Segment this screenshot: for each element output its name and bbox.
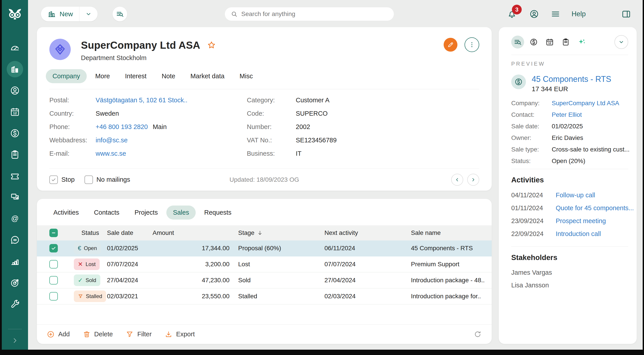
app-window: 12@ New 3 xyxy=(2,0,643,350)
sidebar-expand-chevron-icon[interactable] xyxy=(12,337,18,344)
previous-record-button[interactable] xyxy=(451,174,463,186)
activity-link[interactable]: Introduction call xyxy=(556,230,601,238)
table-row[interactable]: Stalled02/03/202123,550.00Stalled02/03/2… xyxy=(37,288,492,304)
panel-tab-diary-button[interactable]: 12 xyxy=(543,36,556,48)
chevron-left-icon xyxy=(454,177,460,182)
activity-link[interactable]: Prospect meeting xyxy=(556,217,606,225)
field-value[interactable]: Västgötagatan 5, 102 61 Stock.. xyxy=(96,96,188,104)
field-value[interactable]: SuperCompany Ltd ASA xyxy=(552,100,619,107)
stop-checkbox-row[interactable]: Stop xyxy=(49,176,75,184)
detail-tab-projects[interactable]: Projects xyxy=(128,206,164,220)
favorite-star-icon[interactable] xyxy=(207,40,216,50)
company-tab-market-data[interactable]: Market data xyxy=(184,69,231,83)
main-menu-button[interactable] xyxy=(550,9,560,19)
sidebar-item-marketing[interactable] xyxy=(7,274,23,291)
table-row[interactable]: €Open01/02/202517,344.00Proposal (60%)06… xyxy=(37,240,492,256)
detail-tab-activities[interactable]: Activities xyxy=(47,206,86,220)
filter-button[interactable]: Filter xyxy=(126,330,152,338)
row-checkbox[interactable] xyxy=(49,292,58,300)
stop-checkbox[interactable] xyxy=(49,176,58,184)
field-value[interactable]: info@sc.se xyxy=(96,136,128,144)
column-header-stage[interactable]: Stage xyxy=(230,229,316,236)
table-row[interactable]: ✕Lost07/07/20243,200.00Lost07/07/2024Pre… xyxy=(37,256,492,272)
table-row[interactable]: ✓Sold27/04/202447,230.00Sold27/04/2024In… xyxy=(37,272,492,288)
find-button[interactable] xyxy=(112,7,127,21)
panel-collapse-button[interactable] xyxy=(614,35,628,49)
sidebar-item-mailings[interactable]: @ xyxy=(7,210,23,227)
toolbar-button-label: Add xyxy=(58,330,70,338)
sale-title-link[interactable]: 45 Components - RTS xyxy=(532,74,611,84)
panel-tab-ai-button[interactable] xyxy=(575,36,588,48)
column-header-sale-name[interactable]: Sale name xyxy=(402,229,492,236)
sidebar-item-chat[interactable] xyxy=(7,232,23,248)
sale-dollar-icon xyxy=(511,74,526,89)
company-fields: Postal:Västgötagatan 5, 102 61 Stock..Co… xyxy=(37,89,492,163)
sidebar-item-selections[interactable] xyxy=(7,189,23,206)
sidebar-item-diary[interactable]: 12 xyxy=(7,104,23,120)
panel-tab-projects-button[interactable] xyxy=(559,36,572,48)
download-icon xyxy=(164,330,172,338)
column-header-status[interactable]: Status xyxy=(74,229,107,236)
field-value[interactable]: www.sc.se xyxy=(96,150,126,157)
divider xyxy=(511,246,628,247)
topbar-right: 3 Help xyxy=(507,0,643,28)
column-header-amount[interactable]: Amount xyxy=(152,229,230,236)
detail-tab-contacts[interactable]: Contacts xyxy=(87,206,126,220)
sidebar-item-requests[interactable] xyxy=(7,168,23,184)
add-button[interactable]: Add xyxy=(47,330,70,338)
search-input[interactable] xyxy=(241,10,388,18)
sidebar-nav: 12@ xyxy=(7,40,23,312)
sidebar-item-dashboard[interactable] xyxy=(7,40,23,56)
panel-tab-find-button[interactable] xyxy=(511,36,524,48)
next-record-button[interactable] xyxy=(467,174,479,186)
refresh-button[interactable] xyxy=(474,330,482,338)
calendar-icon: 12 xyxy=(546,38,554,46)
no-mailings-checkbox-row[interactable]: No mailings xyxy=(84,176,130,184)
row-checkbox[interactable] xyxy=(49,260,58,268)
edit-button[interactable] xyxy=(444,38,458,52)
detail-tab-sales[interactable]: Sales xyxy=(166,206,196,220)
sidebar-item-companies[interactable] xyxy=(7,61,23,78)
sidebar: 12@ xyxy=(2,0,28,350)
company-tab-note[interactable]: Note xyxy=(155,69,182,83)
delete-button[interactable]: Delete xyxy=(83,330,113,338)
marketing-icon xyxy=(10,278,20,288)
select-all-checkbox[interactable] xyxy=(49,229,58,237)
detail-tab-requests[interactable]: Requests xyxy=(198,206,238,220)
sidebar-item-reports[interactable] xyxy=(7,253,23,270)
company-tab-misc[interactable]: Misc xyxy=(233,69,260,83)
activity-date: 23/09/2024 xyxy=(511,217,548,225)
sidebar-item-contacts[interactable] xyxy=(7,82,23,99)
notifications-button[interactable]: 3 xyxy=(507,9,517,19)
dollar-circle-icon xyxy=(530,38,538,46)
more-actions-button[interactable] xyxy=(464,37,479,52)
column-header-next-activity[interactable]: Next activity xyxy=(316,229,402,236)
no-mailings-checkbox[interactable] xyxy=(84,176,93,184)
stage-cell: Sold xyxy=(230,277,316,284)
panel-toggle-icon xyxy=(621,9,631,19)
field-value[interactable]: +46 800 193 2820 xyxy=(96,123,148,130)
company-tab-interest[interactable]: Interest xyxy=(118,69,153,83)
export-button[interactable]: Export xyxy=(164,330,195,338)
new-button[interactable]: New xyxy=(41,10,79,18)
new-dropdown-button[interactable] xyxy=(80,11,98,17)
field-value[interactable]: Peter Elliot xyxy=(552,111,582,118)
person-circle-icon xyxy=(529,9,539,19)
status-label: Lost xyxy=(86,261,96,267)
activity-link[interactable]: Follow-up call xyxy=(556,191,595,199)
side-panel-toggle-button[interactable] xyxy=(621,9,631,19)
activity-link[interactable]: Quote for 45 components... xyxy=(556,204,634,212)
field-label: E-mail: xyxy=(49,150,96,157)
row-checkbox[interactable] xyxy=(49,276,58,284)
user-profile-button[interactable] xyxy=(529,9,539,19)
brand-owl-logo[interactable] xyxy=(7,8,23,21)
company-tab-more[interactable]: More xyxy=(88,69,116,83)
sidebar-item-settings[interactable] xyxy=(7,296,23,312)
sidebar-item-projects[interactable] xyxy=(7,146,23,163)
help-link[interactable]: Help xyxy=(572,10,586,18)
column-header-sale-date[interactable]: Sale date xyxy=(107,229,152,236)
sidebar-item-sales[interactable] xyxy=(7,125,23,142)
company-tab-company[interactable]: Company xyxy=(46,69,87,83)
panel-tab-sales-button[interactable] xyxy=(527,36,540,48)
row-checkbox[interactable] xyxy=(49,244,58,252)
